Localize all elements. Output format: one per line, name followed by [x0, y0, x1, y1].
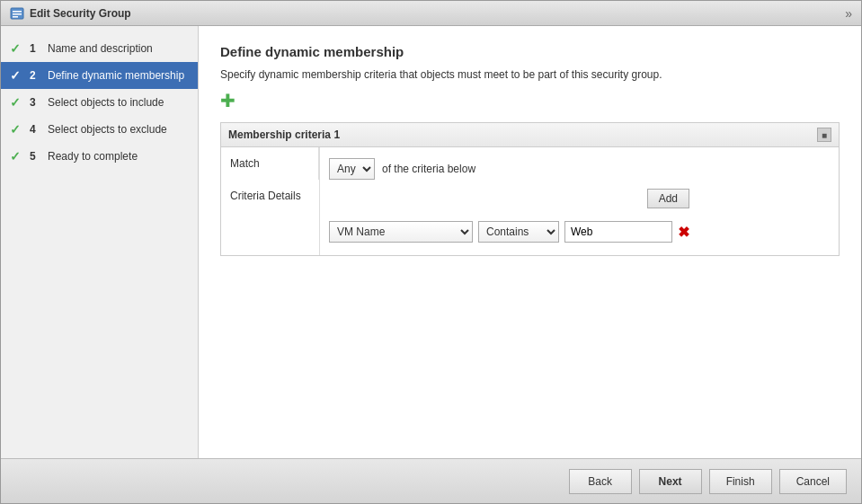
value-input[interactable] — [564, 221, 672, 243]
criteria-header: Membership criteria 1 ■ — [221, 123, 839, 147]
criteria-details-label: Criteria Details — [221, 180, 319, 212]
next-button[interactable]: Next — [639, 469, 702, 494]
sidebar-item-select-include[interactable]: ✓ 3 Select objects to include — [1, 89, 198, 116]
add-rule-button[interactable]: Add — [647, 189, 689, 208]
titlebar-left: Edit Security Group — [10, 6, 131, 21]
back-button[interactable]: Back — [569, 469, 632, 494]
check-icon-1: ✓ — [10, 41, 24, 56]
add-criteria-button[interactable]: ✚ — [220, 92, 235, 110]
field-select[interactable]: VM Name VM Tag Computer Name Security Ta… — [329, 221, 473, 243]
criteria-labels: Match Criteria Details — [221, 147, 320, 255]
criteria-rule-row: VM Name VM Tag Computer Name Security Ta… — [329, 221, 689, 243]
step-label-5: Ready to complete — [48, 150, 138, 163]
step-number-5: 5 — [30, 150, 42, 163]
svg-rect-1 — [13, 11, 22, 13]
plus-icon: ✚ — [220, 92, 235, 110]
window-title: Edit Security Group — [30, 7, 131, 20]
cancel-button[interactable]: Cancel — [779, 469, 847, 494]
finish-button[interactable]: Finish — [709, 469, 772, 494]
step-label-4: Select objects to exclude — [48, 123, 167, 136]
footer: Back Next Finish Cancel — [1, 458, 861, 503]
check-icon-2: ✓ — [10, 68, 24, 83]
membership-criteria-box: Membership criteria 1 ■ Match Criteria D… — [220, 122, 840, 256]
edit-security-group-window: Edit Security Group » ✓ 1 Name and descr… — [0, 0, 862, 504]
panel-title: Define dynamic membership — [220, 44, 840, 59]
criteria-details-top: Add — [329, 189, 689, 212]
step-number-4: 4 — [30, 123, 42, 136]
step-label-1: Name and description — [48, 42, 153, 55]
step-number-3: 3 — [30, 96, 42, 109]
check-icon-4: ✓ — [10, 122, 24, 137]
panel-description: Specify dynamic membership criteria that… — [220, 68, 840, 81]
titlebar-controls: » — [845, 6, 852, 21]
sidebar-item-select-exclude[interactable]: ✓ 4 Select objects to exclude — [1, 116, 198, 143]
sidebar-item-ready[interactable]: ✓ 5 Ready to complete — [1, 143, 198, 170]
step-label-2: Define dynamic membership — [48, 69, 184, 82]
operator-select[interactable]: Contains Does Not Contain Equals Does No… — [478, 221, 559, 243]
step-label-3: Select objects to include — [48, 96, 164, 109]
titlebar: Edit Security Group » — [1, 1, 861, 26]
match-label: Match — [221, 147, 319, 180]
svg-rect-3 — [13, 16, 18, 18]
main-panel: Define dynamic membership Specify dynami… — [199, 26, 861, 458]
step-number-2: 2 — [30, 69, 42, 82]
content-area: ✓ 1 Name and description ✓ 2 Define dyna… — [1, 26, 861, 458]
criteria-right: Any All of the criteria below Add — [320, 147, 698, 255]
match-suffix: of the criteria below — [382, 163, 475, 175]
criteria-close-button[interactable]: ■ — [817, 128, 831, 142]
match-select[interactable]: Any All — [329, 158, 375, 180]
security-group-icon — [10, 6, 24, 21]
step-number-1: 1 — [30, 42, 42, 55]
criteria-body: Match Criteria Details Any All of the cr… — [221, 147, 839, 255]
check-icon-3: ✓ — [10, 95, 24, 110]
sidebar-item-define-dynamic[interactable]: ✓ 2 Define dynamic membership — [1, 62, 198, 89]
check-icon-5: ✓ — [10, 149, 24, 164]
criteria-details: Add VM Name VM Tag Computer Name Securit… — [329, 189, 689, 243]
match-row: Any All of the criteria below — [329, 153, 689, 185]
sidebar: ✓ 1 Name and description ✓ 2 Define dyna… — [1, 26, 199, 458]
sidebar-item-name-description[interactable]: ✓ 1 Name and description — [1, 35, 198, 62]
delete-rule-button[interactable]: ✖ — [678, 224, 689, 241]
svg-rect-2 — [13, 13, 22, 15]
criteria-title: Membership criteria 1 — [228, 128, 340, 141]
